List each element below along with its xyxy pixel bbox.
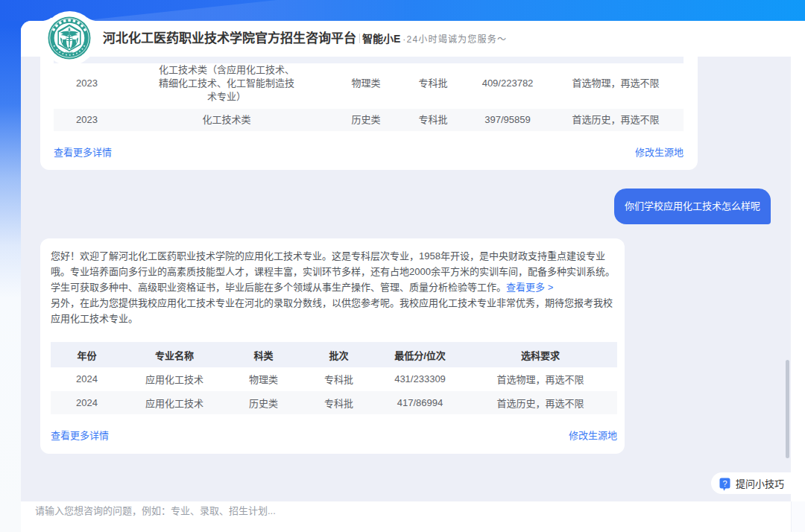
- svg-text:?: ?: [723, 479, 727, 488]
